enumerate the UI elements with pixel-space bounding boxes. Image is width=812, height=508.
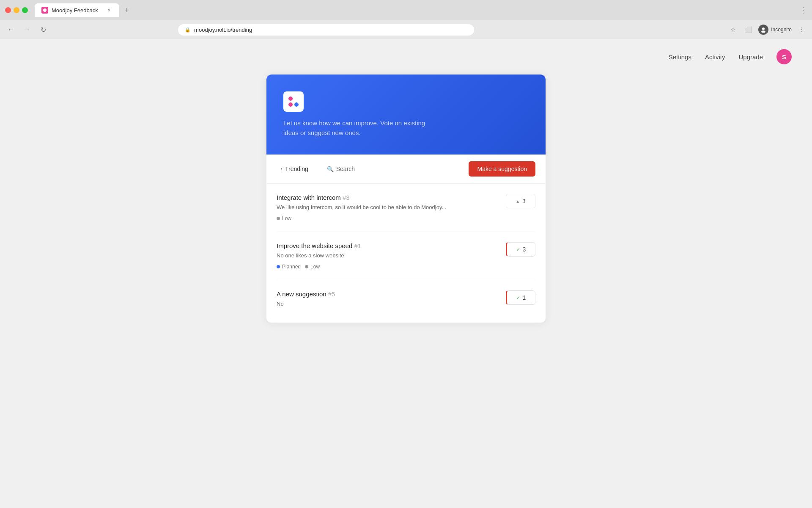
- top-nav: Settings Activity Upgrade S: [0, 39, 812, 75]
- forward-button[interactable]: →: [21, 24, 33, 36]
- search-icon: 🔍: [327, 166, 334, 172]
- svg-point-2: [761, 30, 765, 33]
- lock-icon: 🔒: [185, 27, 191, 33]
- vote-count-1: 3: [522, 198, 526, 204]
- tab-bar: Moodjoy Feedback × +: [31, 3, 136, 17]
- tag-low-1: Low: [277, 215, 291, 221]
- suggestion-title-1: Integrate with intercom #3: [277, 194, 499, 201]
- activity-link[interactable]: Activity: [705, 53, 725, 61]
- maximize-window-button[interactable]: [22, 7, 28, 13]
- traffic-lights: [5, 7, 28, 13]
- vote-count-3: 1: [523, 294, 526, 301]
- svg-point-1: [762, 28, 765, 30]
- check-icon-3: ✓: [516, 295, 520, 301]
- card-toolbar: › Trending 🔍 Search Make a suggestion: [266, 155, 546, 184]
- suggestion-item: Integrate with intercom #3 We like using…: [277, 184, 535, 232]
- suggestions-list: Integrate with intercom #3 We like using…: [266, 184, 546, 323]
- suggestion-desc-3: No: [277, 300, 499, 308]
- address-bar[interactable]: 🔒 moodjoy.nolt.io/trending: [178, 24, 474, 36]
- incognito-label: Incognito: [771, 27, 792, 33]
- window-controls[interactable]: ⋮: [799, 6, 807, 15]
- tag-label-planned: Planned: [282, 264, 301, 270]
- logo-dot-3: [288, 102, 293, 107]
- upvote-icon-1: ▲: [516, 199, 520, 204]
- suggestion-item-3: A new suggestion #5 No ✓ 1: [277, 280, 535, 322]
- tag-dot-gray-2: [305, 265, 308, 268]
- incognito-icon: [758, 25, 768, 35]
- suggestion-desc-2: No one likes a slow website!: [277, 252, 499, 260]
- make-suggestion-button[interactable]: Make a suggestion: [469, 161, 535, 177]
- browser-toolbar: ← → ↻ 🔒 moodjoy.nolt.io/trending ☆ ⬜ Inc…: [0, 20, 812, 39]
- tag-label-low-2: Low: [310, 264, 320, 270]
- suggestion-title-2: Improve the website speed #1: [277, 242, 499, 249]
- suggestion-content-1: Integrate with intercom #3 We like using…: [277, 194, 499, 221]
- suggestion-item-2: Improve the website speed #1 No one like…: [277, 232, 535, 280]
- tab-favicon: [41, 7, 48, 14]
- page-content: Settings Activity Upgrade S Let us know …: [0, 39, 812, 508]
- new-tab-button[interactable]: +: [121, 4, 133, 16]
- close-window-button[interactable]: [5, 7, 11, 13]
- bookmark-icon[interactable]: ☆: [728, 25, 738, 35]
- card-logo: [283, 91, 304, 112]
- main-container: Let us know how we can improve. Vote on …: [0, 75, 812, 323]
- suggestion-desc-1: We like using Intercom, so it would be c…: [277, 204, 499, 211]
- suggestion-tags-2: Planned Low: [277, 264, 499, 270]
- tab-title: Moodjoy Feedback: [52, 7, 98, 14]
- feedback-card: Let us know how we can improve. Vote on …: [266, 75, 546, 323]
- incognito-badge: Incognito: [758, 25, 792, 35]
- toolbar-right: ☆ ⬜ Incognito ⋮: [728, 25, 807, 35]
- browser-chrome: Moodjoy Feedback × + ⋮ ← → ↻ 🔒 moodjoy.n…: [0, 0, 812, 39]
- card-header: Let us know how we can improve. Vote on …: [266, 75, 546, 155]
- suggestion-title-3: A new suggestion #5: [277, 290, 499, 298]
- url-display: moodjoy.nolt.io/trending: [194, 27, 252, 33]
- vote-button-1[interactable]: ▲ 3: [506, 194, 535, 208]
- more-options-icon[interactable]: ⋮: [797, 25, 807, 35]
- card-tagline: Let us know how we can improve. Vote on …: [283, 119, 436, 138]
- search-label: Search: [336, 166, 355, 172]
- trending-label: Trending: [285, 166, 308, 172]
- vote-button-2[interactable]: ✓ 3: [506, 242, 535, 257]
- search-tab[interactable]: 🔍 Search: [323, 163, 359, 175]
- tag-label-low-1: Low: [282, 215, 291, 221]
- logo-dots: [288, 97, 299, 107]
- check-icon-2: ✓: [516, 247, 520, 252]
- trending-tab[interactable]: › Trending: [277, 163, 313, 175]
- sidebar-icon[interactable]: ⬜: [743, 25, 753, 35]
- tag-low-2: Low: [305, 264, 320, 270]
- upgrade-link[interactable]: Upgrade: [738, 53, 763, 61]
- tag-planned: Planned: [277, 264, 301, 270]
- tag-dot-blue: [277, 265, 280, 268]
- suggestion-content-2: Improve the website speed #1 No one like…: [277, 242, 499, 270]
- user-avatar[interactable]: S: [776, 49, 792, 64]
- reload-button[interactable]: ↻: [37, 24, 49, 36]
- logo-dot-1: [288, 97, 293, 101]
- vote-button-3[interactable]: ✓ 1: [506, 290, 535, 305]
- tag-dot-gray-1: [277, 217, 280, 220]
- chevron-right-icon: ›: [281, 166, 283, 172]
- suggestion-content-3: A new suggestion #5 No: [277, 290, 499, 312]
- active-tab[interactable]: Moodjoy Feedback ×: [35, 3, 119, 17]
- svg-point-0: [43, 8, 47, 12]
- tab-close-button[interactable]: ×: [106, 7, 112, 14]
- logo-dot-4: [294, 102, 299, 107]
- browser-titlebar: Moodjoy Feedback × + ⋮: [0, 0, 812, 20]
- settings-link[interactable]: Settings: [669, 53, 691, 61]
- suggestion-tags-1: Low: [277, 215, 499, 221]
- logo-dot-2: [294, 97, 299, 101]
- vote-count-2: 3: [523, 246, 526, 253]
- back-button[interactable]: ←: [5, 24, 17, 36]
- minimize-window-button[interactable]: [14, 7, 19, 13]
